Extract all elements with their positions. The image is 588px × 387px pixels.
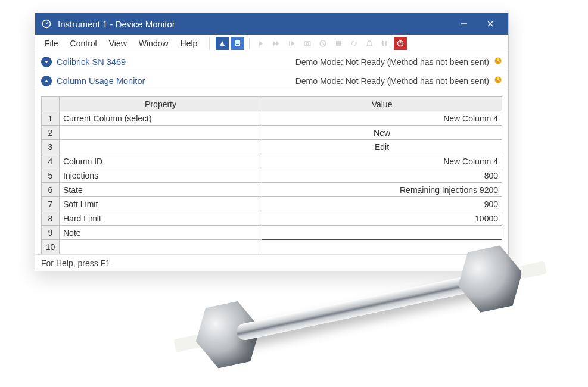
grid-header-value: Value	[262, 97, 502, 111]
value-cell[interactable]: New Column 4	[262, 111, 502, 126]
property-grid: Property Value 1Current Column (select)N…	[35, 90, 508, 254]
new-button[interactable]: New	[262, 126, 502, 140]
link-icon[interactable]	[347, 37, 360, 50]
svg-rect-14	[382, 41, 384, 46]
shutdown-icon[interactable]	[394, 37, 407, 50]
svg-rect-8	[289, 41, 290, 46]
value-cell	[262, 240, 502, 254]
property-cell: Injections	[60, 168, 262, 183]
value-cell: 900	[262, 197, 502, 211]
table-row: 4Column IDNew Column 4	[42, 154, 502, 168]
step-icon[interactable]	[285, 37, 298, 50]
toolbar-sequence-icon[interactable]	[231, 37, 244, 50]
table-row: 8Hard Limit10000	[42, 211, 502, 226]
play-icon[interactable]	[254, 37, 267, 50]
svg-rect-7	[236, 44, 239, 45]
value-cell: 800	[262, 168, 502, 183]
fast-forward-icon[interactable]	[270, 37, 283, 50]
statusbar-hint: For Help, press F1	[41, 258, 110, 268]
grid-header-rownum	[42, 97, 60, 111]
chevron-up-icon	[41, 76, 52, 86]
menu-file[interactable]: File	[40, 36, 63, 51]
value-cell: Remaining Injections 9200	[262, 183, 502, 197]
menu-control[interactable]: Control	[66, 36, 102, 51]
snapshot-icon[interactable]	[301, 37, 314, 50]
panel-column-usage[interactable]: Column Usage Monitor Demo Mode: Not Read…	[35, 71, 508, 90]
svg-rect-6	[236, 43, 239, 43]
bell-icon[interactable]	[363, 37, 376, 50]
grid-header-property: Property	[60, 97, 262, 111]
property-cell: Note	[60, 226, 262, 240]
property-cell: Column ID	[60, 154, 262, 168]
table-row: 2New	[42, 126, 502, 140]
svg-rect-5	[236, 42, 239, 42]
table-row: 1Current Column (select)New Column 4	[42, 111, 502, 126]
toolbar-separator	[249, 38, 250, 49]
note-input[interactable]	[262, 226, 502, 240]
statusbar: For Help, press F1	[35, 254, 508, 271]
table-row: 6StateRemaining Injections 9200	[42, 183, 502, 197]
menu-view[interactable]: View	[104, 36, 132, 51]
property-cell: Current Column (select)	[60, 111, 262, 126]
property-cell: State	[60, 183, 262, 197]
menubar: File Control View Window Help	[35, 35, 508, 52]
property-cell	[60, 140, 262, 154]
panel-column-usage-status: Demo Mode: Not Ready (Method has not bee…	[295, 76, 489, 86]
table-row: 10	[42, 240, 502, 254]
panel-column-usage-name: Column Usage Monitor	[57, 76, 145, 86]
app-icon	[41, 18, 52, 29]
row-number: 9	[42, 226, 60, 240]
property-cell: Hard Limit	[60, 211, 262, 226]
row-number: 5	[42, 168, 60, 183]
toolbar	[209, 37, 407, 50]
svg-line-12	[321, 42, 325, 45]
titlebar: Instrument 1 - Device Monitor	[35, 13, 508, 35]
row-number: 2	[42, 126, 60, 140]
menu-window[interactable]: Window	[134, 36, 173, 51]
stop-icon[interactable]	[332, 37, 345, 50]
table-row: 3Edit	[42, 140, 502, 154]
row-number: 1	[42, 111, 60, 126]
menu-help[interactable]: Help	[176, 36, 203, 51]
svg-point-10	[306, 42, 309, 45]
panel-colibrick[interactable]: Colibrick SN 3469 Demo Mode: Not Ready (…	[35, 52, 508, 71]
abort-icon[interactable]	[316, 37, 329, 50]
value-cell: New Column 4	[262, 154, 502, 168]
chevron-down-icon	[41, 57, 52, 67]
value-cell: 10000	[262, 211, 502, 226]
minimize-button[interactable]	[451, 13, 477, 35]
panel-colibrick-name: Colibrick SN 3469	[57, 57, 126, 67]
edit-button[interactable]: Edit	[262, 140, 502, 154]
property-cell	[60, 126, 262, 140]
table-row: 7Soft Limit900	[42, 197, 502, 211]
row-number: 8	[42, 211, 60, 226]
clock-icon	[494, 57, 502, 67]
toolbar-method-icon[interactable]	[216, 37, 229, 50]
row-number: 3	[42, 140, 60, 154]
property-cell: Soft Limit	[60, 197, 262, 211]
close-button[interactable]	[477, 13, 503, 35]
device-monitor-window: Instrument 1 - Device Monitor File Contr…	[35, 13, 509, 271]
svg-rect-13	[336, 41, 341, 46]
row-number: 10	[42, 240, 60, 254]
row-number: 4	[42, 154, 60, 168]
table-row: 5Injections800	[42, 168, 502, 183]
window-title: Instrument 1 - Device Monitor	[58, 19, 175, 29]
clock-icon	[494, 76, 502, 86]
pause-icon[interactable]	[378, 37, 391, 50]
table-row: 9Note	[42, 226, 502, 240]
panel-colibrick-status: Demo Mode: Not Ready (Method has not bee…	[295, 57, 489, 67]
row-number: 7	[42, 197, 60, 211]
row-number: 6	[42, 183, 60, 197]
svg-rect-15	[385, 41, 387, 46]
property-cell	[60, 240, 262, 254]
